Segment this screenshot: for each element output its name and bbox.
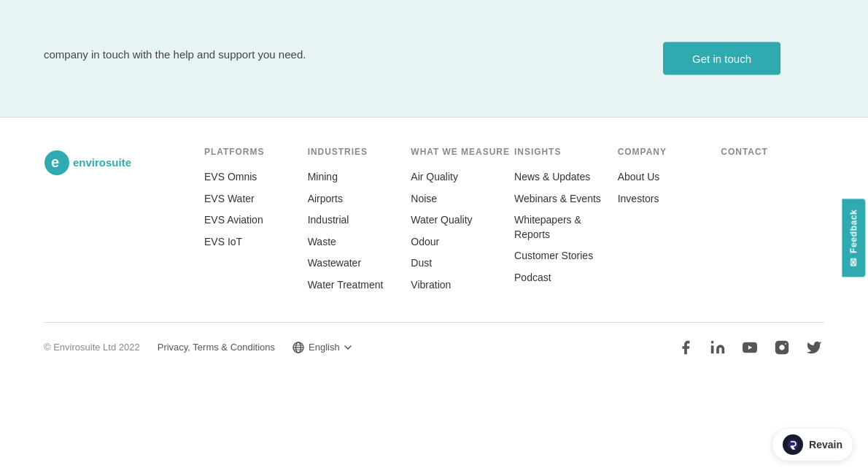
footer-logo[interactable]: e envirosuite bbox=[44, 147, 160, 179]
footer-bottom: © Envirosuite Ltd 2022 Privacy, Terms & … bbox=[44, 322, 824, 358]
list-item: EVS Aviation bbox=[204, 213, 308, 228]
list-item: Dust bbox=[411, 256, 514, 271]
list-item: EVS Omnis bbox=[204, 170, 308, 185]
airports-link[interactable]: Airports bbox=[308, 193, 343, 204]
get-in-touch-button[interactable]: Get in touch bbox=[663, 42, 780, 75]
measure-list: Air Quality Noise Water Quality Odour Du… bbox=[411, 170, 514, 293]
list-item: Water Quality bbox=[411, 213, 514, 228]
water-treatment-link[interactable]: Water Treatment bbox=[308, 279, 384, 291]
feedback-tab[interactable]: ✉ Feedback bbox=[842, 199, 866, 277]
waste-link[interactable]: Waste bbox=[308, 236, 336, 247]
youtube-icon[interactable] bbox=[740, 337, 760, 358]
podcast-link[interactable]: Podcast bbox=[514, 272, 551, 283]
list-item: About Us bbox=[618, 170, 721, 185]
list-item: Waste bbox=[308, 235, 411, 250]
globe-icon bbox=[292, 342, 304, 353]
wastewater-link[interactable]: Wastewater bbox=[308, 257, 361, 269]
list-item: Investors bbox=[618, 192, 721, 207]
svg-text:envirosuite: envirosuite bbox=[73, 156, 131, 169]
noise-link[interactable]: Noise bbox=[411, 193, 437, 204]
investors-link[interactable]: Investors bbox=[618, 193, 659, 204]
contact-heading: CONTACT bbox=[721, 147, 824, 157]
footer-bottom-left: © Envirosuite Ltd 2022 Privacy, Terms & … bbox=[44, 342, 352, 353]
footer-columns: PLATFORMS EVS Omnis EVS Water EVS Aviati… bbox=[204, 147, 824, 300]
list-item: Water Treatment bbox=[308, 278, 411, 293]
list-item: Industrial bbox=[308, 213, 411, 228]
revain-badge[interactable]: Revain bbox=[772, 428, 853, 461]
water-quality-link[interactable]: Water Quality bbox=[411, 214, 472, 226]
privacy-terms-link[interactable]: Privacy, Terms & Conditions bbox=[158, 342, 275, 353]
list-item: EVS Water bbox=[204, 192, 308, 207]
twitter-icon[interactable] bbox=[804, 337, 824, 358]
list-item: Customer Stories bbox=[514, 249, 618, 264]
list-item: Podcast bbox=[514, 271, 618, 285]
insights-list: News & Updates Webinars & Events Whitepa… bbox=[514, 170, 618, 285]
message-icon: ✉ bbox=[848, 258, 860, 267]
industrial-link[interactable]: Industrial bbox=[308, 214, 349, 226]
copyright-text: © Envirosuite Ltd 2022 bbox=[44, 342, 140, 353]
evs-iot-link[interactable]: EVS IoT bbox=[204, 236, 242, 247]
list-item: Vibration bbox=[411, 278, 514, 293]
evs-aviation-link[interactable]: EVS Aviation bbox=[204, 214, 263, 226]
revain-label: Revain bbox=[809, 439, 842, 450]
social-icons bbox=[675, 337, 824, 358]
list-item: Air Quality bbox=[411, 170, 514, 185]
list-item: Mining bbox=[308, 170, 411, 185]
list-item: Whitepapers & Reports bbox=[514, 213, 618, 242]
measure-heading: WHAT WE MEASURE bbox=[411, 147, 514, 157]
list-item: Webinars & Events bbox=[514, 192, 618, 207]
instagram-icon[interactable] bbox=[772, 337, 792, 358]
industries-heading: INDUSTRIES bbox=[308, 147, 411, 157]
company-list: About Us Investors bbox=[618, 170, 721, 206]
mining-link[interactable]: Mining bbox=[308, 171, 338, 183]
list-item: News & Updates bbox=[514, 170, 618, 185]
facebook-icon[interactable] bbox=[675, 337, 696, 358]
revain-logo bbox=[783, 434, 803, 455]
list-item: Wastewater bbox=[308, 256, 411, 271]
footer-col-company: COMPANY About Us Investors bbox=[618, 147, 721, 300]
footer-col-measure: WHAT WE MEASURE Air Quality Noise Water … bbox=[411, 147, 514, 300]
footer-col-industries: INDUSTRIES Mining Airports Industrial Wa… bbox=[308, 147, 411, 300]
svg-text:e: e bbox=[51, 154, 59, 170]
footer-top: e envirosuite PLATFORMS EVS Omnis EVS Wa… bbox=[44, 147, 824, 300]
customer-stories-link[interactable]: Customer Stories bbox=[514, 250, 593, 261]
language-selector[interactable]: English bbox=[292, 342, 352, 353]
footer-col-contact: CONTACT bbox=[721, 147, 824, 300]
air-quality-link[interactable]: Air Quality bbox=[411, 171, 458, 183]
platforms-list: EVS Omnis EVS Water EVS Aviation EVS IoT bbox=[204, 170, 308, 249]
revain-logo-icon bbox=[787, 439, 799, 450]
evs-omnis-link[interactable]: EVS Omnis bbox=[204, 171, 257, 183]
vibration-link[interactable]: Vibration bbox=[411, 279, 451, 291]
insights-heading: INSIGHTS bbox=[514, 147, 618, 157]
banner-description: company in touch with the help and suppo… bbox=[44, 46, 306, 64]
company-heading: COMPANY bbox=[618, 147, 721, 157]
banner-section: company in touch with the help and suppo… bbox=[0, 0, 868, 117]
feedback-label: Feedback bbox=[849, 210, 859, 253]
industries-list: Mining Airports Industrial Waste Wastewa… bbox=[308, 170, 411, 293]
svg-point-8 bbox=[711, 340, 714, 343]
platforms-heading: PLATFORMS bbox=[204, 147, 308, 157]
dust-link[interactable]: Dust bbox=[411, 257, 432, 269]
news-updates-link[interactable]: News & Updates bbox=[514, 171, 590, 183]
language-label: English bbox=[309, 342, 340, 353]
footer: e envirosuite PLATFORMS EVS Omnis EVS Wa… bbox=[0, 117, 868, 380]
footer-col-platforms: PLATFORMS EVS Omnis EVS Water EVS Aviati… bbox=[204, 147, 308, 300]
footer-col-insights: INSIGHTS News & Updates Webinars & Event… bbox=[514, 147, 618, 300]
linkedin-icon[interactable] bbox=[708, 337, 728, 358]
about-us-link[interactable]: About Us bbox=[618, 171, 660, 183]
chevron-down-icon bbox=[344, 345, 352, 350]
list-item: EVS IoT bbox=[204, 235, 308, 250]
list-item: Noise bbox=[411, 192, 514, 207]
list-item: Airports bbox=[308, 192, 411, 207]
evs-water-link[interactable]: EVS Water bbox=[204, 193, 255, 204]
list-item: Odour bbox=[411, 235, 514, 250]
webinars-events-link[interactable]: Webinars & Events bbox=[514, 193, 601, 204]
odour-link[interactable]: Odour bbox=[411, 236, 439, 247]
banner-text-block: company in touch with the help and suppo… bbox=[44, 46, 306, 64]
whitepapers-reports-link[interactable]: Whitepapers & Reports bbox=[514, 214, 581, 240]
